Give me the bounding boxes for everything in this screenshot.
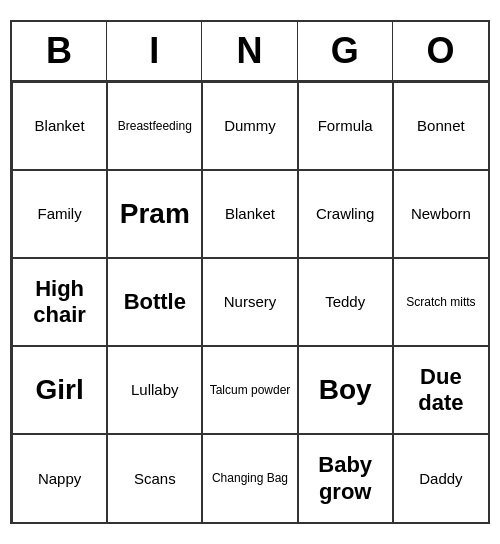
cell-text-18: Boy xyxy=(319,373,372,407)
cell-text-15: Girl xyxy=(35,373,83,407)
bingo-cell-24: Daddy xyxy=(393,434,488,522)
bingo-cell-13: Teddy xyxy=(298,258,393,346)
cell-text-16: Lullaby xyxy=(131,381,179,399)
cell-text-14: Scratch mitts xyxy=(406,295,475,309)
cell-text-21: Scans xyxy=(134,470,176,488)
bingo-cell-1: Breastfeeding xyxy=(107,82,202,170)
bingo-cell-12: Nursery xyxy=(202,258,297,346)
cell-text-20: Nappy xyxy=(38,470,81,488)
cell-text-7: Blanket xyxy=(225,205,275,223)
bingo-cell-14: Scratch mitts xyxy=(393,258,488,346)
bingo-cell-3: Formula xyxy=(298,82,393,170)
bingo-cell-8: Crawling xyxy=(298,170,393,258)
cell-text-3: Formula xyxy=(318,117,373,135)
cell-text-9: Newborn xyxy=(411,205,471,223)
cell-text-8: Crawling xyxy=(316,205,374,223)
header-letter-g: G xyxy=(298,22,393,80)
bingo-cell-4: Bonnet xyxy=(393,82,488,170)
cell-text-13: Teddy xyxy=(325,293,365,311)
bingo-cell-18: Boy xyxy=(298,346,393,434)
bingo-cell-7: Blanket xyxy=(202,170,297,258)
header-letter-o: O xyxy=(393,22,488,80)
bingo-cell-5: Family xyxy=(12,170,107,258)
cell-text-24: Daddy xyxy=(419,470,462,488)
header-letter-i: I xyxy=(107,22,202,80)
cell-text-0: Blanket xyxy=(35,117,85,135)
cell-text-4: Bonnet xyxy=(417,117,465,135)
bingo-grid: BlanketBreastfeedingDummyFormulaBonnetFa… xyxy=(12,82,488,522)
bingo-cell-16: Lullaby xyxy=(107,346,202,434)
bingo-cell-2: Dummy xyxy=(202,82,297,170)
cell-text-1: Breastfeeding xyxy=(118,119,192,133)
header-letter-n: N xyxy=(202,22,297,80)
cell-text-11: Bottle xyxy=(124,289,186,315)
bingo-cell-22: Changing Bag xyxy=(202,434,297,522)
bingo-cell-11: Bottle xyxy=(107,258,202,346)
bingo-cell-0: Blanket xyxy=(12,82,107,170)
cell-text-12: Nursery xyxy=(224,293,277,311)
cell-text-2: Dummy xyxy=(224,117,276,135)
bingo-cell-19: Due date xyxy=(393,346,488,434)
bingo-cell-10: High chair xyxy=(12,258,107,346)
bingo-cell-15: Girl xyxy=(12,346,107,434)
cell-text-22: Changing Bag xyxy=(212,471,288,485)
bingo-cell-9: Newborn xyxy=(393,170,488,258)
bingo-cell-6: Pram xyxy=(107,170,202,258)
bingo-cell-21: Scans xyxy=(107,434,202,522)
cell-text-6: Pram xyxy=(120,197,190,231)
bingo-header: BINGO xyxy=(12,22,488,82)
bingo-cell-17: Talcum powder xyxy=(202,346,297,434)
cell-text-19: Due date xyxy=(398,364,484,417)
header-letter-b: B xyxy=(12,22,107,80)
cell-text-10: High chair xyxy=(17,276,102,329)
bingo-card: BINGO BlanketBreastfeedingDummyFormulaBo… xyxy=(10,20,490,524)
bingo-cell-23: Baby grow xyxy=(298,434,393,522)
cell-text-17: Talcum powder xyxy=(210,383,291,397)
cell-text-5: Family xyxy=(38,205,82,223)
cell-text-23: Baby grow xyxy=(303,452,388,505)
bingo-cell-20: Nappy xyxy=(12,434,107,522)
